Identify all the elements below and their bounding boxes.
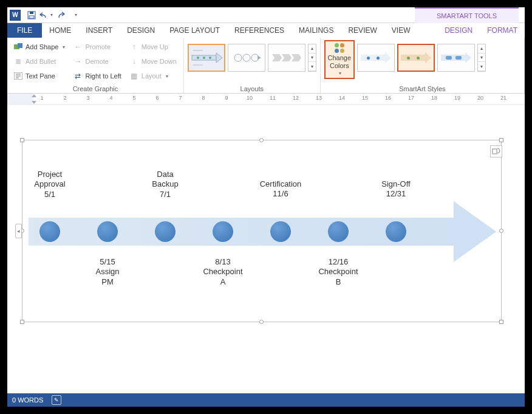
tab-design[interactable]: DESIGN <box>120 23 162 38</box>
app-window: W ▾ ▾ SMARTART TOOLS FILE HOME INSERT DE… <box>7 7 525 407</box>
layouts-gallery-more[interactable]: ▴▾▾ <box>308 44 316 72</box>
resize-handle[interactable] <box>20 138 24 142</box>
colors-icon <box>332 43 347 53</box>
milestone-label[interactable]: 5/15AssignPM <box>95 257 119 287</box>
layout-icon: ▦ <box>130 72 138 80</box>
svg-rect-23 <box>493 149 497 154</box>
save-button[interactable] <box>24 9 39 22</box>
style-thumb-1[interactable] <box>357 44 395 72</box>
spelling-icon[interactable]: ✎ <box>52 395 61 405</box>
timeline-dot[interactable] <box>328 221 349 242</box>
text-pane-toggle[interactable]: ◂ <box>15 224 22 238</box>
group-label: Create Graphic <box>10 84 181 93</box>
bullet-icon: ≣ <box>14 57 22 66</box>
milestone-label[interactable]: Sign-Off12/31 <box>381 179 410 199</box>
timeline-dot[interactable] <box>270 221 291 242</box>
tab-references[interactable]: REFERENCES <box>227 23 292 38</box>
chevron-down-icon: ▾ <box>339 71 341 76</box>
resize-handle[interactable] <box>499 138 503 142</box>
milestone-label[interactable]: 8/13CheckpointA <box>203 257 242 287</box>
status-bar: 0 WORDS ✎ <box>7 393 525 407</box>
svg-point-13 <box>209 57 211 59</box>
arrow-down-icon: ↓ <box>130 57 138 66</box>
smartart-selection[interactable]: ◂ ProjectApproval5/15/15AssignPMDataBack… <box>22 140 502 322</box>
resize-handle[interactable] <box>20 320 24 324</box>
tab-page-layout[interactable]: PAGE LAYOUT <box>162 23 227 38</box>
arrow-right-icon: → <box>73 57 82 66</box>
ribbon: Add Shape▾ ≣Add Bullet Text Pane ←Promot… <box>7 38 525 94</box>
undo-button[interactable]: ▾ <box>39 9 53 22</box>
word-app-icon: W <box>10 10 21 21</box>
arrow-up-icon: ↑ <box>130 43 138 51</box>
svg-point-11 <box>197 57 199 59</box>
change-colors-button[interactable]: Change Colors ▾ <box>324 40 355 79</box>
smartart-tools-label: SMARTART TOOLS <box>415 7 519 23</box>
demote-button: →Demote <box>71 55 123 68</box>
tab-view[interactable]: VIEW <box>384 23 418 38</box>
style-thumb-3[interactable] <box>437 44 475 72</box>
document-area[interactable]: ◂ ProjectApproval5/15/15AssignPMDataBack… <box>7 105 525 393</box>
tab-smartart-format[interactable]: FORMAT <box>480 23 525 38</box>
style-thumb-2[interactable] <box>397 44 435 72</box>
svg-marker-21 <box>282 54 292 61</box>
add-bullet-button: ≣Add Bullet <box>12 55 67 68</box>
add-shape-button[interactable]: Add Shape▾ <box>12 40 67 53</box>
layout-thumb-circle-process[interactable] <box>228 44 265 72</box>
group-smartart-styles: Change Colors ▾ ▴▾▾ SmartArt Styles <box>321 38 525 93</box>
word-count[interactable]: 0 WORDS <box>12 396 43 404</box>
move-up-button: ↑Move Up <box>128 40 179 53</box>
timeline-arrow-head <box>454 201 496 262</box>
redo-button[interactable] <box>53 9 68 22</box>
group-label: Layouts <box>186 84 318 93</box>
chevron-down-icon: ▾ <box>63 44 65 50</box>
arrow-left-icon: ← <box>73 43 82 51</box>
tab-home[interactable]: HOME <box>42 23 78 38</box>
milestone-label[interactable]: ProjectApproval5/1 <box>34 170 65 199</box>
timeline-dot[interactable] <box>155 221 176 242</box>
smartart-timeline[interactable]: ProjectApproval5/15/15AssignPMDataBackup… <box>29 201 496 262</box>
resize-handle[interactable] <box>259 138 264 142</box>
chevron-down-icon: ▾ <box>50 12 53 18</box>
tab-smartart-design[interactable]: DESIGN <box>437 23 480 38</box>
group-create-graphic: Add Shape▾ ≣Add Bullet Text Pane ←Promot… <box>7 38 184 93</box>
timeline-dot[interactable] <box>97 221 118 242</box>
tab-file[interactable]: FILE <box>7 23 42 38</box>
text-pane-icon <box>14 72 22 80</box>
indent-marker[interactable] <box>30 94 38 105</box>
timeline-dot[interactable] <box>386 221 406 242</box>
layout-options-button[interactable] <box>490 145 502 157</box>
styles-gallery-more[interactable]: ▴▾▾ <box>477 44 486 72</box>
group-layouts: ▴▾▾ Layouts <box>184 38 321 93</box>
resize-handle[interactable] <box>499 229 503 233</box>
tab-review[interactable]: REVIEW <box>341 23 384 38</box>
horizontal-ruler[interactable]: 123456789101112131415161718192021 <box>7 94 525 105</box>
customize-qat-button[interactable]: ▾ <box>68 9 83 22</box>
timeline-dot[interactable] <box>213 221 233 242</box>
svg-marker-19 <box>257 56 261 60</box>
svg-rect-1 <box>30 12 33 14</box>
resize-handle[interactable] <box>499 320 503 324</box>
add-shape-icon <box>14 43 22 51</box>
tab-insert[interactable]: INSERT <box>78 23 120 38</box>
svg-point-16 <box>234 54 242 61</box>
resize-handle[interactable] <box>259 320 264 324</box>
layout-thumb-basic-timeline[interactable] <box>188 44 225 72</box>
ribbon-tabs: FILE HOME INSERT DESIGN PAGE LAYOUT REFE… <box>7 23 525 38</box>
right-to-left-button[interactable]: ⇄Right to Left <box>71 69 123 83</box>
move-down-button: ↓Move Down <box>128 55 179 68</box>
promote-button: ←Promote <box>71 40 123 53</box>
timeline-dot[interactable] <box>39 221 60 242</box>
milestone-label[interactable]: DataBackup7/1 <box>152 170 178 199</box>
milestone-label[interactable]: Certification11/6 <box>260 179 302 199</box>
milestone-label[interactable]: 12/16CheckpointB <box>318 257 358 287</box>
svg-marker-10 <box>216 53 222 63</box>
rtl-icon: ⇄ <box>73 72 82 80</box>
layout-thumb-chevron[interactable] <box>268 44 305 72</box>
svg-rect-4 <box>18 43 22 48</box>
svg-point-12 <box>203 57 205 59</box>
svg-marker-22 <box>292 54 301 61</box>
layout-button: ▦Layout▾ <box>128 69 179 83</box>
text-pane-button[interactable]: Text Pane <box>12 69 67 83</box>
svg-marker-20 <box>272 54 282 61</box>
tab-mailings[interactable]: MAILINGS <box>292 23 341 38</box>
